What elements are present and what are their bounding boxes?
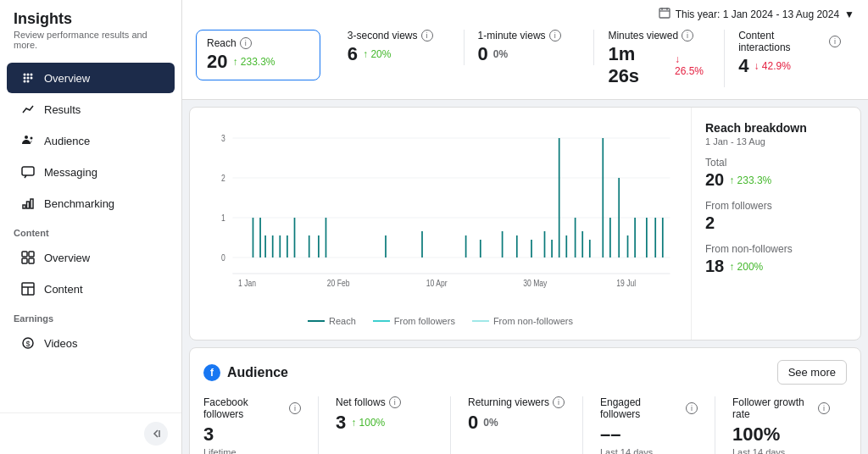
rb-followers: From followers 2 bbox=[705, 200, 847, 233]
stats-row: Reach i 20 233.3% 3-second vi bbox=[182, 21, 868, 99]
stats-header: This year: 1 Jan 2024 - 13 Aug 2024 ▼ bbox=[182, 0, 868, 21]
stats-bar: This year: 1 Jan 2024 - 13 Aug 2024 ▼ Re… bbox=[182, 0, 868, 100]
nf-arrow-up bbox=[351, 417, 356, 429]
main-content: This year: 1 Jan 2024 - 13 Aug 2024 ▼ Re… bbox=[182, 0, 868, 454]
svg-rect-11 bbox=[23, 205, 25, 208]
svg-text:0: 0 bbox=[221, 253, 225, 263]
svg-rect-16 bbox=[22, 258, 27, 263]
sidebar-item-benchmarking-label: Benchmarking bbox=[44, 197, 114, 210]
svg-point-9 bbox=[31, 137, 33, 140]
svg-point-5 bbox=[31, 77, 33, 80]
stat-reach[interactable]: Reach i 20 233.3% bbox=[196, 30, 320, 80]
sidebar-footer bbox=[0, 412, 181, 454]
sidebar-item-messaging[interactable]: Messaging bbox=[7, 157, 175, 187]
sidebar-item-overview[interactable]: Overview bbox=[7, 63, 175, 93]
sidebar-item-videos[interactable]: $ Videos bbox=[7, 328, 175, 358]
rb-total: Total 20 233.3% bbox=[705, 157, 847, 190]
stat-reach-value: 20 233.3% bbox=[207, 51, 309, 73]
sidebar-item-benchmarking[interactable]: Benchmarking bbox=[7, 188, 175, 219]
date-range-selector[interactable]: This year: 1 Jan 2024 - 13 Aug 2024 ▼ bbox=[659, 7, 854, 21]
svg-text:1 Jan: 1 Jan bbox=[238, 279, 256, 288]
aud-net-follows-value: 3 100% bbox=[336, 412, 433, 434]
views3s-info-icon[interactable]: i bbox=[421, 30, 433, 42]
arrow-up-icon-2 bbox=[363, 48, 368, 60]
svg-rect-10 bbox=[22, 167, 34, 175]
svg-point-7 bbox=[27, 80, 30, 83]
chart-icon bbox=[20, 102, 36, 117]
returning-info-icon[interactable]: i bbox=[553, 396, 565, 408]
sidebar-item-content[interactable]: Content bbox=[7, 274, 175, 304]
collapse-sidebar-button[interactable] bbox=[144, 422, 168, 446]
sidebar-item-videos-label: Videos bbox=[44, 337, 78, 350]
see-more-button[interactable]: See more bbox=[777, 360, 847, 385]
arrow-down-icon-2 bbox=[754, 60, 759, 72]
rb-non-followers-change: 200% bbox=[729, 261, 763, 273]
interactions-info-icon[interactable]: i bbox=[829, 36, 841, 47]
rb-followers-value: 2 bbox=[705, 213, 847, 233]
sidebar-item-results-label: Results bbox=[44, 103, 81, 116]
sidebar-item-results[interactable]: Results bbox=[7, 94, 175, 125]
svg-rect-12 bbox=[27, 202, 30, 208]
legend-non-followers-line bbox=[472, 320, 489, 322]
date-range-label: This year: 1 Jan 2024 - 13 Aug 2024 bbox=[676, 8, 839, 20]
svg-point-3 bbox=[24, 77, 26, 80]
aud-returning-change: 0% bbox=[483, 417, 498, 429]
svg-text:2: 2 bbox=[221, 174, 225, 183]
svg-point-6 bbox=[24, 80, 26, 83]
arrow-down-icon bbox=[675, 53, 680, 65]
sidebar-item-audience[interactable]: Audience bbox=[7, 125, 175, 156]
dollar-icon: $ bbox=[20, 335, 36, 351]
aud-stat-engaged: Engaged followers i –– Last 14 days bbox=[600, 396, 715, 454]
content-section-label: Content bbox=[0, 219, 181, 241]
reach-breakdown: Reach breakdown 1 Jan - 13 Aug Total 20 … bbox=[691, 108, 860, 340]
aud-stat-growth: Follower growth rate i 100% Last 14 days bbox=[732, 396, 847, 454]
engaged-info-icon[interactable]: i bbox=[686, 402, 698, 414]
sidebar-item-overview-content[interactable]: Overview bbox=[7, 242, 175, 273]
svg-text:30 May: 30 May bbox=[523, 279, 547, 288]
benchmark-icon bbox=[20, 196, 36, 211]
stat-minutes[interactable]: Minutes viewed i 1m 26s 26.5% bbox=[594, 30, 725, 87]
stat-1m-views[interactable]: 1-minute views i 0 0% bbox=[465, 30, 595, 65]
svg-point-4 bbox=[27, 77, 30, 80]
minutes-info-icon[interactable]: i bbox=[682, 30, 693, 42]
stat-3s-views[interactable]: 3-second views i 6 20% bbox=[334, 30, 465, 65]
svg-point-2 bbox=[31, 74, 33, 76]
svg-point-8 bbox=[25, 136, 28, 139]
rb-non-followers: From non-followers 18 200% bbox=[705, 243, 847, 276]
audience-header: f Audience See more bbox=[203, 360, 847, 385]
chart-legend: Reach From followers From non-followers bbox=[203, 316, 677, 326]
stat-interactions[interactable]: Content interactions i 4 42.9% bbox=[725, 30, 854, 77]
rb-followers-label: From followers bbox=[705, 200, 847, 212]
aud-returning-value: 0 0% bbox=[468, 412, 565, 434]
growth-info-icon[interactable]: i bbox=[818, 402, 830, 414]
rb-arrow-up bbox=[729, 174, 734, 186]
people-icon bbox=[20, 133, 36, 148]
net-follows-info-icon[interactable]: i bbox=[389, 396, 401, 408]
table-icon bbox=[20, 281, 36, 296]
grid-sm-icon bbox=[20, 250, 36, 265]
audience-section: f Audience See more Facebook followers i… bbox=[189, 347, 861, 454]
chat-icon bbox=[20, 164, 36, 180]
rb-nf-arrow-up bbox=[729, 261, 734, 273]
reach-chart: 3 2 1 0 1 Jan 20 Feb 10 Apr 30 May 19 Ju… bbox=[203, 121, 677, 291]
fb-followers-info-icon[interactable]: i bbox=[289, 402, 301, 414]
views1m-info-icon[interactable]: i bbox=[549, 30, 561, 42]
legend-reach: Reach bbox=[308, 316, 356, 326]
stat-interactions-change: 42.9% bbox=[754, 60, 790, 72]
stat-3s-change: 20% bbox=[363, 48, 391, 60]
reach-info-icon[interactable]: i bbox=[240, 37, 252, 49]
svg-rect-17 bbox=[29, 258, 34, 263]
rb-non-followers-label: From non-followers bbox=[705, 243, 847, 255]
grid-icon bbox=[20, 70, 36, 86]
rb-total-change: 233.3% bbox=[729, 174, 771, 186]
rb-total-value: 20 233.3% bbox=[705, 170, 847, 190]
chevron-down-icon: ▼ bbox=[844, 8, 854, 20]
legend-followers-line bbox=[373, 320, 390, 322]
chart-main: 3 2 1 0 1 Jan 20 Feb 10 Apr 30 May 19 Ju… bbox=[190, 108, 691, 340]
stat-reach-change: 233.3% bbox=[232, 56, 275, 68]
aud-fb-followers-sub: Lifetime bbox=[203, 447, 301, 454]
aud-growth-value: 100% bbox=[732, 424, 830, 446]
svg-rect-13 bbox=[31, 199, 33, 208]
stat-reach-label: Reach i bbox=[207, 37, 309, 49]
legend-reach-line bbox=[308, 320, 325, 322]
